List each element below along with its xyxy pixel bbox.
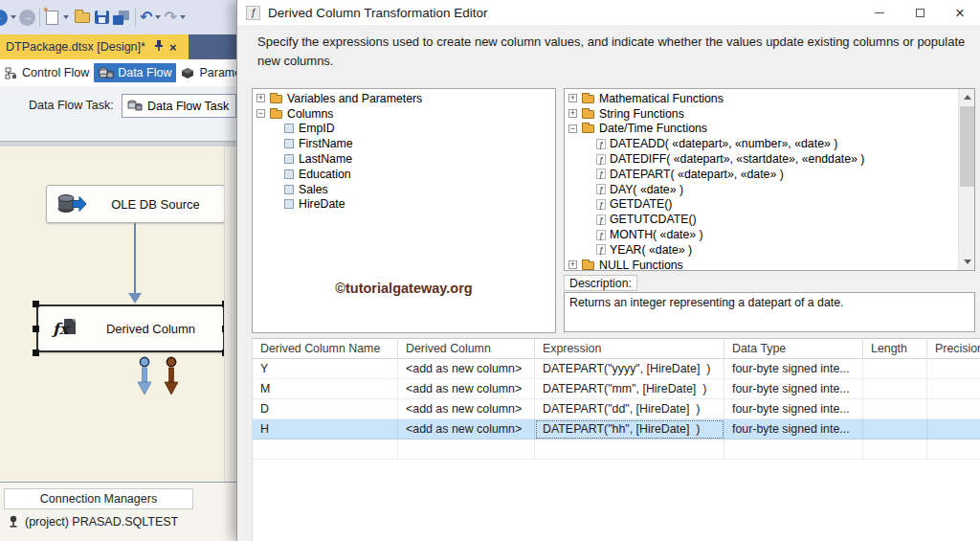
tree-expander-icon[interactable]: +: [568, 109, 577, 118]
tree-item[interactable]: +Variables and Parameters: [253, 91, 555, 106]
maximize-button[interactable]: [900, 0, 940, 25]
grid-cell[interactable]: four-byte signed inte...: [724, 399, 863, 419]
tree-item[interactable]: Sales: [253, 182, 555, 197]
grid-cell[interactable]: [535, 440, 724, 460]
tree-item[interactable]: ƒYEAR( «date» ): [565, 242, 958, 258]
grid-row[interactable]: Y<add as new column>DATEPART("yyyy", [Hi…: [253, 359, 980, 379]
canvas-vertical-scrollbar[interactable]: [224, 147, 236, 482]
tree-item[interactable]: +String Functions: [565, 106, 958, 122]
tree-item[interactable]: ƒDAY( «date» ): [565, 182, 958, 197]
grid-cell[interactable]: <add as new column>: [398, 399, 535, 419]
grid-cell[interactable]: H: [253, 419, 398, 440]
navigate-back-icon[interactable]: ←: [0, 6, 8, 29]
functions-scrollbar[interactable]: [958, 89, 974, 270]
grid-cell[interactable]: four-byte signed inte...: [724, 359, 863, 379]
document-tab[interactable]: DTPackage.dtsx [Design]* ×: [0, 34, 189, 59]
grid-cell[interactable]: M: [253, 379, 398, 399]
redo-icon[interactable]: ↷: [164, 6, 176, 29]
grid-cell[interactable]: [927, 359, 980, 379]
undo-icon[interactable]: ↶: [140, 6, 152, 29]
tree-item[interactable]: ƒGETDATE(): [565, 197, 958, 213]
grid-cell[interactable]: [927, 419, 980, 440]
tree-item[interactable]: ƒDATEDIFF( «datepart», «startdate», «end…: [565, 151, 958, 167]
pin-icon[interactable]: [153, 40, 163, 54]
scrollbar-thumb[interactable]: [960, 106, 974, 187]
node-ole-db-source[interactable]: OLE DB Source: [46, 185, 225, 223]
data-flow-canvas[interactable]: OLE DB Source ƒx Derived Column: [0, 147, 236, 482]
grid-cell[interactable]: [863, 359, 927, 379]
grid-row[interactable]: H<add as new column>DATEPART("hh", [Hire…: [253, 419, 980, 440]
grid-cell[interactable]: [253, 440, 398, 460]
tree-expander-icon[interactable]: +: [568, 260, 577, 269]
tree-item[interactable]: ƒMONTH( «date» ): [565, 227, 958, 242]
selection-handle[interactable]: [33, 326, 39, 332]
selection-handle[interactable]: [33, 301, 39, 307]
grid-cell[interactable]: [927, 399, 980, 419]
tree-item[interactable]: LastName: [253, 151, 555, 167]
navigate-forward-icon[interactable]: →: [19, 6, 35, 29]
tree-item[interactable]: HireDate: [253, 197, 555, 213]
derived-columns-grid[interactable]: Derived Column NameDerived ColumnExpress…: [252, 338, 980, 541]
grid-row-empty[interactable]: [253, 440, 980, 460]
tree-item[interactable]: ƒDATEPART( «datepart», «date» ): [565, 167, 958, 182]
tree-expander-icon[interactable]: −: [256, 109, 265, 118]
grid-cell[interactable]: [927, 379, 980, 399]
tree-item[interactable]: +NULL Functions: [565, 258, 958, 271]
new-file-dropdown-icon[interactable]: [63, 15, 69, 19]
undo-dropdown-icon[interactable]: [155, 15, 161, 19]
grid-row[interactable]: D<add as new column>DATEPART("dd", [Hire…: [253, 399, 980, 419]
tab-parameters[interactable]: Parameters: [176, 63, 236, 82]
grid-cell[interactable]: Y: [253, 359, 398, 379]
grid-cell[interactable]: DATEPART("hh", [HireDate] ): [535, 419, 724, 440]
tree-item[interactable]: Education: [253, 167, 555, 182]
task-selector-dropdown[interactable]: Data Flow Task: [122, 94, 236, 118]
columns-tree-pane[interactable]: +Variables and Parameters−ColumnsEmpIDFi…: [252, 88, 556, 333]
close-tab-icon[interactable]: ×: [169, 40, 177, 55]
grid-cell[interactable]: <add as new column>: [398, 379, 535, 399]
grid-cell[interactable]: DATEPART("dd", [HireDate] ): [535, 399, 724, 419]
functions-tree-pane[interactable]: +Mathematical Functions+String Functions…: [564, 88, 975, 271]
grid-cell[interactable]: D: [253, 399, 398, 419]
save-all-icon[interactable]: [111, 6, 131, 29]
back-dropdown-icon[interactable]: [11, 15, 16, 19]
grid-cell[interactable]: [863, 440, 927, 460]
close-button[interactable]: ×: [940, 0, 980, 25]
tree-expander-icon[interactable]: +: [256, 94, 265, 102]
scroll-down-icon[interactable]: [959, 254, 975, 270]
tree-item[interactable]: −Columns: [253, 106, 555, 122]
tree-item[interactable]: −Date/Time Functions: [565, 122, 958, 137]
tree-expander-icon[interactable]: −: [568, 124, 577, 133]
grid-cell[interactable]: [724, 440, 863, 460]
grid-cell[interactable]: [863, 419, 927, 440]
tree-item[interactable]: FirstName: [253, 136, 555, 151]
tree-expander-icon[interactable]: +: [568, 94, 577, 102]
tree-item[interactable]: +Mathematical Functions: [565, 91, 958, 106]
grid-row[interactable]: M<add as new column>DATEPART("mm", [Hire…: [253, 379, 980, 399]
redo-dropdown-icon[interactable]: [180, 15, 186, 19]
save-icon[interactable]: [93, 6, 111, 29]
grid-cell[interactable]: [927, 440, 980, 460]
node-derived-column[interactable]: ƒx Derived Column: [36, 304, 225, 352]
selection-handle[interactable]: [33, 349, 39, 356]
grid-cell[interactable]: DATEPART("mm", [HireDate] ): [535, 379, 724, 399]
tab-control-flow[interactable]: Control Flow: [0, 63, 94, 82]
tree-item[interactable]: ƒDATEADD( «datepart», «number», «date» ): [565, 136, 958, 151]
grid-cell[interactable]: DATEPART("yyyy", [HireDate] ): [535, 359, 724, 379]
output-arrow-blue-icon[interactable]: [136, 356, 153, 396]
tree-item[interactable]: ƒGETUTCDATE(): [565, 212, 958, 227]
grid-cell[interactable]: [863, 379, 927, 399]
open-folder-icon[interactable]: [72, 6, 93, 29]
grid-cell[interactable]: <add as new column>: [398, 419, 535, 440]
tree-item[interactable]: EmpID: [253, 122, 555, 137]
scroll-up-icon[interactable]: [959, 89, 975, 105]
new-file-icon[interactable]: [44, 6, 60, 29]
dialog-title-bar[interactable]: ƒ Derived Column Transformation Editor ×: [237, 0, 980, 25]
grid-cell[interactable]: four-byte signed inte...: [724, 419, 863, 440]
grid-cell[interactable]: [398, 440, 535, 460]
grid-cell[interactable]: [863, 399, 927, 419]
connection-manager-item[interactable]: (project) PRASAD.SQLTEST: [8, 515, 178, 529]
grid-cell[interactable]: <add as new column>: [398, 359, 535, 379]
output-arrow-error-icon[interactable]: [163, 356, 180, 396]
tab-data-flow[interactable]: Data Flow: [94, 63, 176, 82]
grid-cell[interactable]: four-byte signed inte...: [724, 379, 863, 399]
